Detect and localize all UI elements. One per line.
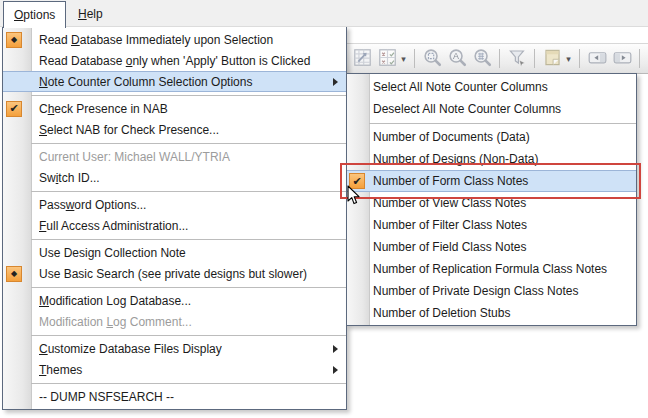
menu-item-label: Use Basic Search (see private designs bu… bbox=[39, 267, 307, 281]
menu-item-label: Check Presence in NAB bbox=[39, 102, 168, 116]
radio-selected-icon: ◆ bbox=[6, 32, 22, 48]
toolbar-separator bbox=[499, 49, 500, 68]
menu-item-switch-id[interactable]: Switch ID... bbox=[3, 167, 346, 188]
menu-item-label: Themes bbox=[39, 363, 82, 377]
menu-tab-help[interactable]: Help bbox=[68, 1, 113, 26]
toolbar-separator bbox=[534, 49, 535, 68]
toolbar-button-sticky-note bbox=[540, 47, 564, 71]
menu-item-number-of-filter-class-notes[interactable]: Number of Filter Class Notes bbox=[347, 214, 636, 236]
dropdown-arrow-icon: ▾ bbox=[398, 54, 409, 64]
menu-item-password-options[interactable]: Password Options... bbox=[3, 194, 346, 215]
menu-item-label: Number of Form Class Notes bbox=[373, 174, 528, 188]
menu-item-number-of-replication-formula-class-notes[interactable]: Number of Replication Formula Class Note… bbox=[347, 258, 636, 280]
menu-item-number-of-deletion-stubs[interactable]: Number of Deletion Stubs bbox=[347, 302, 636, 324]
menu-item-read-database-only-when-apply-button-is-cl[interactable]: Read Database only when 'Apply' Button i… bbox=[3, 50, 346, 71]
options-menu-items: ◆Read Database Immediately upon Selectio… bbox=[3, 27, 346, 409]
menu-item-label: Number of Documents (Data) bbox=[373, 130, 530, 144]
menu-item-read-database-immediately-upon-selection[interactable]: ◆Read Database Immediately upon Selectio… bbox=[3, 29, 346, 50]
menu-item-full-access-administration[interactable]: Full Access Administration... bbox=[3, 215, 346, 236]
menu-item-label: Read Database only when 'Apply' Button i… bbox=[39, 54, 310, 68]
menu-bar: OptionsHelp bbox=[0, 0, 648, 27]
menu-item-current-user-michael-wall-ytria: Current User: Michael WALL/YTRIA bbox=[3, 146, 346, 167]
menu-item-modification-log-comment: Modification Log Comment... bbox=[3, 311, 346, 332]
menu-item-label: Number of Deletion Stubs bbox=[373, 306, 510, 320]
collapse-panel-icon bbox=[588, 48, 607, 70]
toolbar-button-table-select bbox=[350, 47, 374, 71]
menu-item-label: Switch ID... bbox=[39, 171, 100, 185]
menu-item-customize-database-files-display[interactable]: Customize Database Files Display bbox=[3, 338, 346, 359]
table-select-icon bbox=[353, 48, 372, 70]
menu-item-label: Deselect All Note Counter Columns bbox=[373, 102, 561, 116]
menu-item-number-of-form-class-notes[interactable]: ✔Number of Form Class Notes bbox=[347, 170, 636, 192]
menu-item-label: Current User: Michael WALL/YTRIA bbox=[39, 150, 230, 164]
zoom-font-icon: A bbox=[448, 48, 467, 70]
sticky-note-icon bbox=[543, 48, 562, 70]
note-counter-submenu-panel: Select All Note Counter ColumnsDeselect … bbox=[346, 73, 637, 326]
svg-text:A: A bbox=[453, 51, 459, 61]
menu-item-label: Number of Field Class Notes bbox=[373, 240, 526, 254]
menu-item-use-basic-search-see-private-designs-but-s[interactable]: ◆Use Basic Search (see private designs b… bbox=[3, 263, 346, 284]
mouse-cursor-icon bbox=[347, 185, 361, 206]
menu-item-number-of-field-class-notes[interactable]: Number of Field Class Notes bbox=[347, 236, 636, 258]
menu-item-label: Number of Replication Formula Class Note… bbox=[373, 262, 607, 276]
toolbar-button-expand-panel bbox=[610, 47, 634, 71]
menu-item-label: Select All Note Counter Columns bbox=[373, 80, 548, 94]
toolbar-button-zoom-font: A bbox=[445, 47, 469, 71]
menu-tab-label: Help bbox=[78, 7, 103, 21]
toolbar-button-table-checkmarks bbox=[375, 47, 399, 71]
radio-selected-icon: ◆ bbox=[6, 266, 22, 282]
filter-icon bbox=[508, 48, 527, 70]
toolbar-button-zoom-table bbox=[470, 47, 494, 71]
menu-item-number-of-view-class-notes[interactable]: Number of View Class Notes bbox=[347, 192, 636, 214]
dropdown-arrow-icon: ▾ bbox=[563, 54, 574, 64]
menu-item-themes[interactable]: Themes bbox=[3, 359, 346, 380]
menu-item-select-all-note-counter-columns[interactable]: Select All Note Counter Columns bbox=[347, 76, 636, 98]
options-menu-panel: ◆Read Database Immediately upon Selectio… bbox=[2, 26, 347, 410]
menu-item-label: Number of Private Design Class Notes bbox=[373, 284, 578, 298]
menu-item-deselect-all-note-counter-columns[interactable]: Deselect All Note Counter Columns bbox=[347, 98, 636, 120]
menu-item-number-of-private-design-class-notes[interactable]: Number of Private Design Class Notes bbox=[347, 280, 636, 302]
zoom-selection-icon bbox=[423, 48, 442, 70]
menu-item-label: Number of View Class Notes bbox=[373, 196, 526, 210]
menu-item-modification-log-database[interactable]: Modification Log Database... bbox=[3, 290, 346, 311]
toolbar-separator bbox=[414, 49, 415, 68]
menu-item-label: Number of Designs (Non-Data) bbox=[373, 152, 538, 166]
menu-tab-label: Options bbox=[14, 8, 55, 22]
menu-item-label: Select NAB for Check Presence... bbox=[39, 123, 219, 137]
menu-item-number-of-designs-non-data[interactable]: Number of Designs (Non-Data) bbox=[347, 148, 636, 170]
note-counter-submenu-items: Select All Note Counter ColumnsDeselect … bbox=[347, 74, 636, 325]
submenu-arrow-icon bbox=[333, 345, 338, 353]
menu-item-use-design-collection-note[interactable]: Use Design Collection Note bbox=[3, 242, 346, 263]
table-checkmarks-icon bbox=[378, 48, 397, 70]
menu-item-check-presence-in-nab[interactable]: ✔Check Presence in NAB bbox=[3, 98, 346, 119]
menu-item-note-counter-column-selection-options[interactable]: Note Counter Column Selection Options bbox=[3, 71, 346, 92]
checkmark-icon: ✔ bbox=[6, 101, 22, 117]
expand-panel-icon bbox=[613, 48, 632, 70]
menu-tab-options[interactable]: Options bbox=[3, 1, 66, 28]
menu-item-label: Customize Database Files Display bbox=[39, 342, 222, 356]
toolbar-button-collapse-panel bbox=[585, 47, 609, 71]
menu-item-label: Use Design Collection Note bbox=[39, 246, 186, 260]
toolbar-button-filter bbox=[505, 47, 529, 71]
toolbar-button-zoom-selection bbox=[420, 47, 444, 71]
menu-item-label: Modification Log Database... bbox=[39, 294, 191, 308]
app-window: OptionsHelp ▾A▾ ◆Read Database Immediate… bbox=[0, 0, 648, 418]
menu-item-label: Read Database Immediately upon Selection bbox=[39, 33, 273, 47]
menu-item-label: Number of Filter Class Notes bbox=[373, 218, 527, 232]
menu-item-select-nab-for-check-presence[interactable]: Select NAB for Check Presence... bbox=[3, 119, 346, 140]
submenu-arrow-icon bbox=[333, 78, 338, 86]
toolbar: ▾A▾ bbox=[340, 43, 648, 74]
menu-item-label: Full Access Administration... bbox=[39, 219, 188, 233]
menu-item-dump-nsfsearch[interactable]: -- DUMP NSFSEARCH -- bbox=[3, 386, 346, 407]
menu-item-label: -- DUMP NSFSEARCH -- bbox=[39, 390, 174, 404]
zoom-table-icon bbox=[473, 48, 492, 70]
toolbar-separator bbox=[579, 49, 580, 68]
menu-item-label: Password Options... bbox=[39, 198, 146, 212]
menu-item-label: Note Counter Column Selection Options bbox=[39, 75, 252, 89]
menu-item-number-of-documents-data[interactable]: Number of Documents (Data) bbox=[347, 126, 636, 148]
submenu-arrow-icon bbox=[333, 366, 338, 374]
toolbar-separator bbox=[639, 49, 640, 68]
menu-item-label: Modification Log Comment... bbox=[39, 315, 192, 329]
